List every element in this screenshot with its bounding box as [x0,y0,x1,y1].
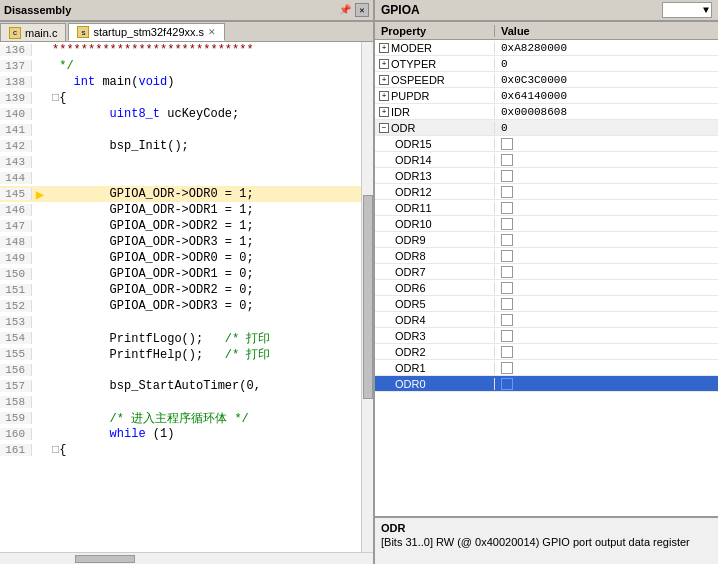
reg-info-desc: [Bits 31..0] RW (@ 0x40020014) GPIO port… [381,536,712,548]
reg-row-odr1[interactable]: ODR1 [375,360,718,376]
code-line-139[interactable]: 139 □{ [0,90,361,106]
odr5-checkbox[interactable] [501,298,513,310]
expand-icon-ospeedr[interactable]: + [379,75,389,85]
expand-icon-moder[interactable]: + [379,43,389,53]
odr14-checkbox[interactable] [501,154,513,166]
reg-row-odr6[interactable]: ODR6 [375,280,718,296]
reg-row-odr2[interactable]: ODR2 [375,344,718,360]
reg-value-otyper: 0 [495,58,718,70]
code-line-147[interactable]: 147 GPIOA_ODR->ODR2 = 1; [0,218,361,234]
tab-startup[interactable]: s startup_stm32f429xx.s ✕ [68,23,225,41]
h-scroll-track[interactable] [0,554,373,564]
reg-row-odr12[interactable]: ODR12 [375,184,718,200]
code-line-136[interactable]: 136 **************************** [0,42,361,58]
code-line-155[interactable]: 155 PrintfHelp(); /* 打印 [0,346,361,362]
disassembly-header: Disassembly 📌 ✕ [0,0,373,22]
code-line-161[interactable]: 161 □{ [0,442,361,458]
odr1-checkbox[interactable] [501,362,513,374]
reg-row-odr14[interactable]: ODR14 [375,152,718,168]
code-line-151[interactable]: 151 GPIOA_ODR->ODR2 = 0; [0,282,361,298]
code-line-138[interactable]: 138 int main(void) [0,74,361,90]
code-line-153[interactable]: 153 [0,314,361,330]
odr6-checkbox[interactable] [501,282,513,294]
expand-icon-otyper[interactable]: + [379,59,389,69]
reg-row-odr13[interactable]: ODR13 [375,168,718,184]
reg-row-otyper[interactable]: + OTYPER 0 [375,56,718,72]
tab-close-icon[interactable]: ✕ [208,27,216,37]
scroll-track[interactable] [362,42,373,552]
reg-row-odr0[interactable]: ODR0 [375,376,718,392]
code-line-144[interactable]: 144 [0,170,361,186]
code-area: 136 **************************** 137 */ … [0,42,373,552]
code-line-159[interactable]: 159 /* 进入主程序循环体 */ [0,410,361,426]
odr11-checkbox[interactable] [501,202,513,214]
odr15-checkbox[interactable] [501,138,513,150]
tab-main-c[interactable]: c main.c [0,23,66,41]
gpioa-header: GPIOA ▼ [375,0,718,22]
code-scroll-area[interactable]: 136 **************************** 137 */ … [0,42,361,552]
reg-row-odr4[interactable]: ODR4 [375,312,718,328]
code-line-154[interactable]: 154 PrintfLogo(); /* 打印 [0,330,361,346]
code-line-142[interactable]: 142 bsp_Init(); [0,138,361,154]
h-scroll-thumb[interactable] [75,555,135,563]
reg-row-odr7[interactable]: ODR7 [375,264,718,280]
code-line-140[interactable]: 140 uint8_t ucKeyCode; [0,106,361,122]
odr9-checkbox[interactable] [501,234,513,246]
reg-value-odr: 0 [495,122,718,134]
reg-value-ospeedr: 0x0C3C0000 [495,74,718,86]
reg-row-odr15[interactable]: ODR15 [375,136,718,152]
code-line-143[interactable]: 143 [0,154,361,170]
reg-row-odr11[interactable]: ODR11 [375,200,718,216]
odr12-checkbox[interactable] [501,186,513,198]
code-line-145[interactable]: 145 ▶ GPIOA_ODR->ODR0 = 1; [0,186,361,202]
code-vertical-scrollbar[interactable] [361,42,373,552]
reg-row-odr3[interactable]: ODR3 [375,328,718,344]
disassembly-close-button[interactable]: ✕ [355,3,369,17]
odr10-checkbox[interactable] [501,218,513,230]
reg-row-ospeedr[interactable]: + OSPEEDR 0x0C3C0000 [375,72,718,88]
code-line-156[interactable]: 156 [0,362,361,378]
reg-row-odr9[interactable]: ODR9 [375,232,718,248]
dropdown-arrow-icon: ▼ [703,5,709,16]
code-line-152[interactable]: 152 GPIOA_ODR->ODR3 = 0; [0,298,361,314]
reg-row-pupdr[interactable]: + PUPDR 0x64140000 [375,88,718,104]
odr2-checkbox[interactable] [501,346,513,358]
odr0-checkbox[interactable] [501,378,513,390]
code-line-149[interactable]: 149 GPIOA_ODR->ODR0 = 0; [0,250,361,266]
reg-row-moder[interactable]: + MODER 0xA8280000 [375,40,718,56]
reg-row-odr[interactable]: − ODR 0 [375,120,718,136]
code-horizontal-scrollbar[interactable] [0,552,373,564]
code-line-137[interactable]: 137 */ [0,58,361,74]
code-line-158[interactable]: 158 [0,394,361,410]
odr4-checkbox[interactable] [501,314,513,326]
reg-row-odr10[interactable]: ODR10 [375,216,718,232]
reg-row-odr5[interactable]: ODR5 [375,296,718,312]
pin-icon[interactable]: 📌 [339,4,351,16]
reg-row-idr[interactable]: + IDR 0x00008608 [375,104,718,120]
gpioa-panel: GPIOA ▼ Property Value + MODER 0xA828000… [375,0,718,564]
disassembly-tabs: c main.c s startup_stm32f429xx.s ✕ [0,22,373,42]
odr3-checkbox[interactable] [501,330,513,342]
code-line-148[interactable]: 148 GPIOA_ODR->ODR3 = 1; [0,234,361,250]
code-line-160[interactable]: 160 while (1) [0,426,361,442]
scroll-thumb[interactable] [363,195,373,399]
expand-icon-idr[interactable]: + [379,107,389,117]
odr7-checkbox[interactable] [501,266,513,278]
code-line-150[interactable]: 150 GPIOA_ODR->ODR1 = 0; [0,266,361,282]
reg-row-odr8[interactable]: ODR8 [375,248,718,264]
code-line-157[interactable]: 157 bsp_StartAutoTimer(0, [0,378,361,394]
reg-value-moder: 0xA8280000 [495,42,718,54]
disassembly-title: Disassembly [4,4,335,16]
code-line-141[interactable]: 141 [0,122,361,138]
expand-icon-odr[interactable]: − [379,123,389,133]
disassembly-panel: Disassembly 📌 ✕ c main.c s startup_stm32… [0,0,375,564]
reg-value-pupdr: 0x64140000 [495,90,718,102]
odr13-checkbox[interactable] [501,170,513,182]
gpioa-title: GPIOA [381,3,662,17]
code-line-146[interactable]: 146 GPIOA_ODR->ODR1 = 1; [0,202,361,218]
odr8-checkbox[interactable] [501,250,513,262]
property-col-header: Property [375,25,495,37]
register-scroll-area[interactable]: + MODER 0xA8280000 + OTYPER 0 + OSPEEDR [375,40,718,516]
expand-icon-pupdr[interactable]: + [379,91,389,101]
gpioa-dropdown[interactable]: ▼ [662,2,712,18]
